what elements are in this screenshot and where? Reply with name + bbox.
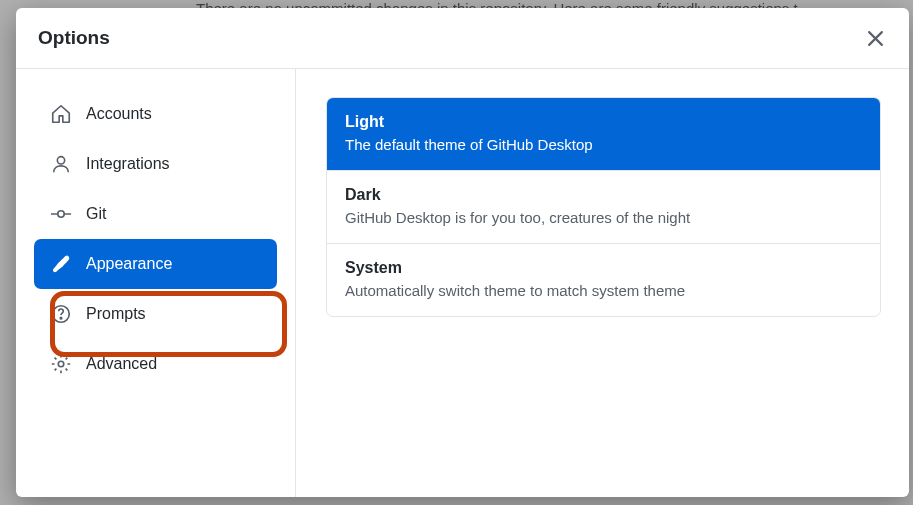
theme-description: The default theme of GitHub Desktop <box>345 136 862 153</box>
theme-title: Light <box>345 113 862 131</box>
sidebar-item-prompts[interactable]: Prompts <box>34 289 277 339</box>
close-button[interactable] <box>863 26 887 50</box>
sidebar-item-advanced[interactable]: Advanced <box>34 339 277 389</box>
theme-list: Light The default theme of GitHub Deskto… <box>326 97 881 317</box>
main-panel: Light The default theme of GitHub Deskto… <box>296 69 909 497</box>
sidebar: Accounts Integrations Git Appearance <box>16 69 296 497</box>
modal-body: Accounts Integrations Git Appearance <box>16 69 909 497</box>
modal-title: Options <box>38 27 110 49</box>
sidebar-item-accounts[interactable]: Accounts <box>34 89 277 139</box>
sidebar-item-label: Integrations <box>86 155 170 173</box>
question-circle-icon <box>50 303 72 325</box>
svg-point-0 <box>57 157 64 164</box>
svg-point-1 <box>58 211 64 217</box>
sidebar-item-integrations[interactable]: Integrations <box>34 139 277 189</box>
sidebar-item-label: Git <box>86 205 106 223</box>
svg-point-6 <box>58 361 64 367</box>
theme-description: Automatically switch theme to match syst… <box>345 282 862 299</box>
sidebar-item-label: Appearance <box>86 255 172 273</box>
paintbrush-icon <box>50 253 72 275</box>
person-icon <box>50 153 72 175</box>
options-modal: Options Accounts Integrations <box>16 8 909 497</box>
theme-description: GitHub Desktop is for you too, creatures… <box>345 209 862 226</box>
sidebar-item-label: Accounts <box>86 105 152 123</box>
theme-option-system[interactable]: System Automatically switch theme to mat… <box>327 244 880 316</box>
home-icon <box>50 103 72 125</box>
svg-point-5 <box>60 317 61 318</box>
theme-option-dark[interactable]: Dark GitHub Desktop is for you too, crea… <box>327 171 880 244</box>
close-icon <box>867 30 884 47</box>
theme-option-light[interactable]: Light The default theme of GitHub Deskto… <box>327 98 880 171</box>
gear-icon <box>50 353 72 375</box>
theme-title: System <box>345 259 862 277</box>
sidebar-item-git[interactable]: Git <box>34 189 277 239</box>
sidebar-item-appearance[interactable]: Appearance <box>34 239 277 289</box>
sidebar-item-label: Prompts <box>86 305 146 323</box>
git-commit-icon <box>50 203 72 225</box>
sidebar-item-label: Advanced <box>86 355 157 373</box>
theme-title: Dark <box>345 186 862 204</box>
modal-header: Options <box>16 8 909 69</box>
